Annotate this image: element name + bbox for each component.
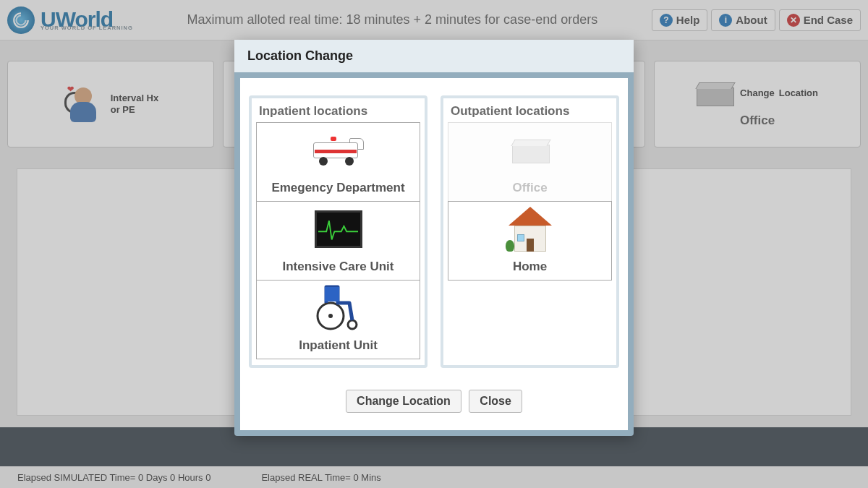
option-intensive-care-unit[interactable]: Intensive Care Unit [256,201,420,281]
house-icon [501,207,559,252]
ecg-monitor-icon [315,210,362,248]
change-location-button[interactable]: Change Location [346,390,461,413]
svg-point-1 [328,314,333,318]
option-inpatient-unit[interactable]: Inpatient Unit [256,280,420,359]
wheelchair-icon [312,281,365,335]
outpatient-column: Outpatient locations Office Home [441,95,619,368]
inpatient-header: Inpatient locations [256,101,420,123]
option-label: Inpatient Unit [299,335,378,359]
office-building-icon [512,137,548,163]
option-label: Home [513,257,547,280]
option-label: Office [512,178,547,201]
option-office: Office [448,122,612,202]
outpatient-header: Outpatient locations [448,101,612,123]
close-button[interactable]: Close [469,390,522,413]
svg-point-2 [348,320,357,329]
location-change-modal: Location Change Inpatient locations Emeg… [234,40,634,436]
svg-rect-3 [325,287,339,301]
option-emergency-department[interactable]: Emegency Department [256,122,420,202]
ambulance-icon [307,135,370,166]
option-label: Emegency Department [271,178,404,201]
modal-title: Location Change [234,40,634,78]
option-home[interactable]: Home [448,201,612,281]
inpatient-column: Inpatient locations Emegency Department … [249,95,427,368]
option-label: Intensive Care Unit [283,257,394,280]
